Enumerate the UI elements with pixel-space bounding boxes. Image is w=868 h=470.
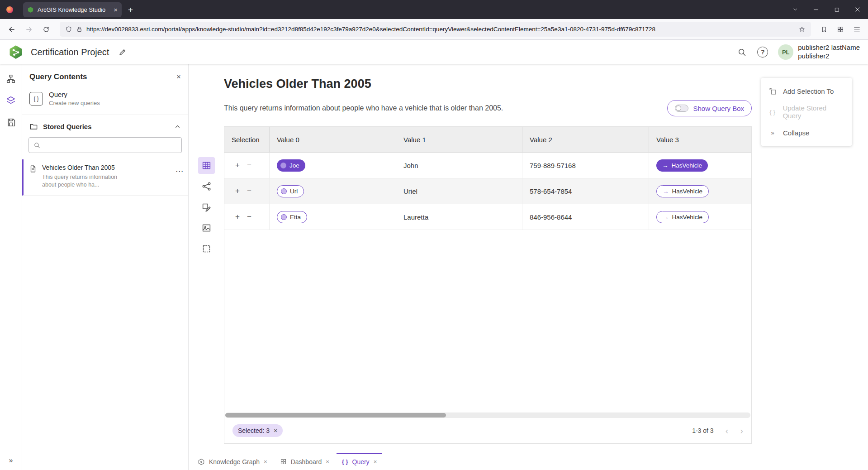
entity-pill[interactable]: Uri: [277, 185, 304, 197]
layers-icon[interactable]: [5, 95, 16, 106]
relationship-pill[interactable]: →HasVehicle: [656, 185, 709, 197]
window-minimize-button[interactable]: [806, 0, 826, 19]
previous-page-icon[interactable]: ‹: [726, 426, 729, 435]
link-chart-icon[interactable]: [198, 178, 215, 195]
show-query-box-toggle[interactable]: Show Query Box: [667, 100, 752, 116]
collapse-row-icon[interactable]: −: [247, 161, 251, 170]
collapse-row-icon[interactable]: −: [247, 187, 251, 196]
menu-icon[interactable]: [850, 23, 863, 36]
stored-query-title: Vehicles Older Than 2005: [42, 164, 171, 171]
arrow-icon: →: [662, 162, 669, 169]
close-tab-icon[interactable]: ×: [326, 458, 329, 465]
menu-item-collapse[interactable]: » Collapse: [761, 122, 852, 143]
user-avatar[interactable]: PL: [778, 44, 793, 60]
folder-icon: [29, 122, 38, 131]
expand-rail-icon[interactable]: »: [0, 456, 22, 465]
left-rail: »: [0, 64, 22, 470]
table-view-icon[interactable]: [198, 157, 215, 174]
next-page-icon[interactable]: ›: [740, 426, 743, 435]
expand-row-icon[interactable]: +: [235, 161, 240, 170]
entity-pill[interactable]: Joe: [277, 159, 305, 172]
selected-count-chip[interactable]: Selected: 3 ×: [232, 424, 283, 437]
window-maximize-button[interactable]: [826, 0, 847, 19]
window-close-button[interactable]: [847, 0, 868, 19]
bookmark-star-icon[interactable]: [798, 26, 806, 33]
project-title: Certification Project: [31, 47, 109, 58]
new-tab-button[interactable]: +: [128, 5, 133, 14]
extensions-icon[interactable]: [834, 23, 847, 36]
search-input[interactable]: [44, 142, 177, 149]
collapse-icon: »: [768, 129, 777, 136]
column-header[interactable]: Selection: [224, 127, 270, 152]
edit-title-icon[interactable]: [114, 44, 131, 60]
tab-close-icon[interactable]: ×: [114, 6, 118, 13]
pocket-icon[interactable]: [817, 23, 831, 36]
hierarchy-icon[interactable]: [5, 73, 16, 84]
menu-item-add-selection-to[interactable]: Add Selection To: [761, 81, 852, 101]
collapse-row-icon[interactable]: −: [247, 212, 251, 221]
map-icon[interactable]: [198, 220, 215, 236]
new-query-item[interactable]: { } Query Create new queries: [22, 87, 188, 115]
chart-icon[interactable]: [198, 199, 215, 216]
tab-label: Query: [352, 458, 370, 465]
results-table: Selection Value 0 Value 1 Value 2 Value …: [224, 126, 752, 444]
select-tool-icon[interactable]: [198, 240, 215, 257]
column-header[interactable]: Value 0: [270, 127, 396, 152]
table-row[interactable]: +− Joe John 759-889-57168 →HasVehicle: [224, 153, 751, 178]
close-tab-icon[interactable]: ×: [264, 458, 267, 465]
column-header[interactable]: Value 1: [396, 127, 522, 152]
expand-row-icon[interactable]: +: [235, 212, 240, 221]
tab-query[interactable]: { } Query ×: [336, 453, 383, 470]
tab-list-icon[interactable]: [785, 0, 806, 19]
menu-item-update-stored-query[interactable]: { } Update Stored Query: [761, 101, 852, 122]
user-info[interactable]: publisher2 lastName publisher2: [798, 43, 860, 61]
stored-queries-header[interactable]: Stored Queries: [22, 115, 188, 136]
toggle-label: Show Query Box: [693, 105, 744, 112]
forward-button[interactable]: [22, 22, 36, 37]
stored-queries-searchbox[interactable]: [28, 137, 182, 153]
entity-dot-icon: [280, 163, 286, 168]
app-header: Certification Project ? PL publisher2 la…: [0, 40, 868, 64]
entity-dot-icon: [281, 214, 287, 220]
user-username: publisher2: [798, 52, 860, 61]
favicon-icon: [27, 6, 34, 13]
tab-knowledge-graph[interactable]: Knowledge Graph ×: [191, 453, 274, 470]
item-overflow-icon[interactable]: ⋯: [175, 167, 184, 176]
browser-tab[interactable]: ArcGIS Knowledge Studio ×: [23, 2, 122, 17]
page-title: Vehicles Older Than 2005: [224, 77, 752, 91]
table-row[interactable]: +− Etta Lauretta 846-956-8644 →HasVehicl…: [224, 204, 751, 230]
column-header[interactable]: Value 2: [522, 127, 649, 152]
knowledge-graph-icon: [198, 458, 205, 465]
help-icon[interactable]: ?: [754, 44, 771, 60]
horizontal-scrollbar[interactable]: [225, 412, 750, 418]
chevron-up-icon[interactable]: [174, 123, 181, 130]
stored-query-description: This query returns information about peo…: [42, 173, 133, 189]
braces-icon: { }: [768, 109, 777, 115]
expand-row-icon[interactable]: +: [235, 187, 240, 196]
scrollbar-thumb[interactable]: [225, 413, 446, 417]
back-button[interactable]: [5, 22, 19, 37]
relationship-pill[interactable]: →HasVehicle: [656, 211, 709, 223]
lock-icon[interactable]: [76, 26, 83, 33]
tab-dashboard[interactable]: Dashboard ×: [274, 453, 336, 470]
address-bar[interactable]: https://dev0028833.esri.com/portal/apps/…: [60, 22, 811, 37]
browser-logo-icon[interactable]: [6, 6, 13, 13]
save-icon[interactable]: [5, 117, 16, 128]
reload-button[interactable]: [39, 22, 53, 37]
cell-value: 846-956-8644: [522, 204, 649, 230]
relationship-pill[interactable]: →HasVehicle: [656, 159, 708, 172]
url-text[interactable]: https://dev0028833.esri.com/portal/apps/…: [86, 26, 795, 33]
search-icon[interactable]: [734, 44, 750, 60]
table-row[interactable]: +− Uri Uriel 578-654-7854 →HasVehicle: [224, 178, 751, 204]
panel-close-icon[interactable]: ×: [176, 72, 181, 82]
clear-selection-icon[interactable]: ×: [274, 427, 277, 434]
stored-query-item[interactable]: Vehicles Older Than 2005 This query retu…: [22, 159, 188, 196]
stored-queries-label: Stored Queries: [43, 123, 169, 130]
tracking-shield-icon[interactable]: [65, 26, 72, 33]
column-header[interactable]: Value 3: [649, 127, 751, 152]
entity-pill[interactable]: Etta: [277, 211, 307, 223]
browser-tabbar: ArcGIS Knowledge Studio × +: [0, 0, 868, 19]
new-query-description: Create new queries: [49, 100, 100, 106]
close-tab-icon[interactable]: ×: [374, 458, 377, 465]
panel-title: Query Contents: [29, 72, 87, 82]
